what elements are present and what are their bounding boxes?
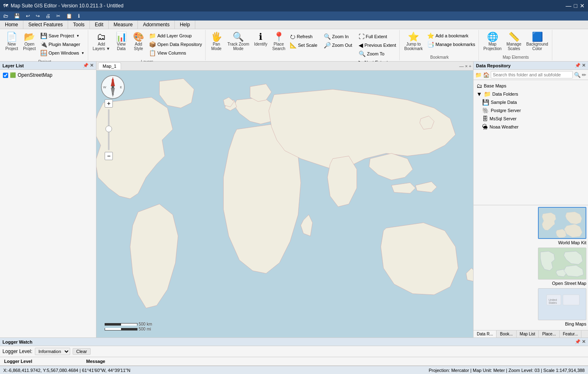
open-windows-button[interactable]: 🪟 Open Windows▼ bbox=[39, 49, 86, 57]
thumb-open-street-map[interactable]: Open Street Map bbox=[475, 248, 586, 286]
scale-km-label: 500 km bbox=[139, 322, 152, 326]
jump-bookmark-button[interactable]: ⭐ Jump toBookmark bbox=[402, 31, 425, 53]
bookmark-group-label: Bookmark bbox=[402, 54, 477, 60]
bing-maps-label: Bing Maps bbox=[565, 321, 586, 326]
add-style-button[interactable]: 🎨 AddStyle bbox=[130, 31, 146, 53]
svg-point-8 bbox=[112, 86, 114, 88]
title-bar-controls[interactable]: — □ ✕ bbox=[566, 2, 585, 9]
status-bar: X:-6,868,411.9742, Y:5,567,080.4684 | 61… bbox=[0, 366, 588, 374]
qa-paste[interactable]: 📋 bbox=[64, 13, 74, 19]
new-project-icon: 📄 bbox=[6, 32, 17, 41]
svg-text:W: W bbox=[103, 85, 106, 89]
qa-print[interactable]: 🖨 bbox=[44, 13, 52, 19]
map-expand[interactable]: + bbox=[469, 64, 471, 69]
tree-sample-data[interactable]: 💾 Sample Data bbox=[481, 98, 586, 106]
qa-cut[interactable]: ✂ bbox=[55, 13, 62, 19]
tab-home[interactable]: Home bbox=[0, 21, 23, 29]
view-data-icon: 📊 bbox=[116, 32, 127, 41]
repo-tab-data[interactable]: Data R... bbox=[474, 330, 496, 337]
open-project-button[interactable]: 📂 OpenProject bbox=[21, 31, 38, 53]
plugin-manager-button[interactable]: 🔌 Plugin Manager bbox=[39, 40, 86, 48]
scale-mi-label: 500 mi bbox=[139, 327, 151, 331]
repo-tab-book[interactable]: Book... bbox=[496, 330, 516, 337]
track-zoom-button[interactable]: 🔍 Track ZoomMode bbox=[225, 31, 251, 53]
repo-pin[interactable]: 📌 bbox=[575, 63, 581, 68]
map-tab[interactable]: Map_1 bbox=[98, 62, 121, 69]
manage-bookmarks-button[interactable]: 📑 Manage bookmarks bbox=[426, 40, 477, 48]
map-projection-button[interactable]: 🌐 MapProjection bbox=[481, 31, 503, 53]
add-layer-group-button[interactable]: 📁 Add Layer Group bbox=[147, 32, 204, 40]
logger-pin[interactable]: 📌 bbox=[575, 339, 581, 344]
zoom-minus-button[interactable]: − bbox=[105, 152, 113, 160]
repo-close[interactable]: ✕ bbox=[582, 63, 586, 68]
full-extent-button[interactable]: ⛶ Full Extent bbox=[357, 32, 398, 41]
thumb-world-map-kit[interactable]: World Map Kit bbox=[475, 207, 586, 245]
tree-base-maps[interactable]: 🗂 Base Maps bbox=[475, 82, 586, 90]
zoom-out-button[interactable]: 🔎 Zoom Out bbox=[322, 41, 354, 49]
logger-level-select[interactable]: Information Debug Warning Error bbox=[35, 348, 70, 355]
zoom-to-button[interactable]: 🔍 Zoom To bbox=[357, 50, 398, 58]
logger-clear-button[interactable]: Clear bbox=[73, 348, 91, 355]
maximize-button[interactable]: □ bbox=[574, 2, 577, 9]
add-layers-button[interactable]: 🗂 AddLayers ▼ bbox=[91, 31, 112, 53]
map-canvas[interactable]: N S W E + − bbox=[96, 71, 473, 337]
tree-mssql-server[interactable]: 🗄 MsSql Server bbox=[481, 115, 586, 123]
noaa-label: Noaa Weather bbox=[490, 124, 519, 129]
repo-tab-feature[interactable]: Featur... bbox=[560, 330, 582, 337]
repo-tab-place[interactable]: Place... bbox=[539, 330, 559, 337]
repo-tab-map-list[interactable]: Map List bbox=[517, 330, 539, 337]
tab-edit[interactable]: Edit bbox=[90, 21, 109, 29]
zoom-plus-button[interactable]: + bbox=[105, 99, 113, 108]
mssql-label: MsSql Server bbox=[490, 116, 517, 121]
map-minimize[interactable]: — bbox=[459, 64, 464, 69]
close-button[interactable]: ✕ bbox=[580, 2, 585, 9]
new-project-button[interactable]: 📄 NewProject bbox=[3, 31, 20, 53]
map-restore[interactable]: × bbox=[465, 64, 467, 69]
tab-measure[interactable]: Measure bbox=[109, 21, 138, 29]
view-columns-button[interactable]: 📋 View Columns bbox=[147, 49, 204, 57]
zoom-slider[interactable] bbox=[108, 109, 110, 150]
qa-undo[interactable]: ↩ bbox=[24, 13, 32, 19]
tab-help[interactable]: Help bbox=[175, 21, 195, 29]
refresh-icon: ⭮ bbox=[290, 33, 295, 40]
qa-save[interactable]: 💾 bbox=[12, 13, 22, 19]
thumb-bing-maps[interactable]: United States Bing Maps bbox=[475, 288, 586, 326]
svg-text:United: United bbox=[549, 298, 557, 301]
place-search-button[interactable]: 📍 PlaceSearch bbox=[270, 31, 288, 53]
map-tab-controls: — × + bbox=[459, 64, 471, 69]
layer-icon: 🟩 bbox=[10, 72, 16, 78]
tab-select-features[interactable]: Select Features bbox=[23, 21, 68, 29]
logger-close[interactable]: ✕ bbox=[582, 339, 586, 344]
minimize-button[interactable]: — bbox=[566, 2, 572, 9]
qa-redo[interactable]: ↪ bbox=[34, 13, 41, 19]
open-data-repo-button[interactable]: 📦 Open Data Repository bbox=[147, 40, 204, 48]
tab-tools[interactable]: Tools bbox=[68, 21, 90, 29]
zoom-in-button[interactable]: 🔍 Zoom In bbox=[322, 32, 354, 41]
view-data-button[interactable]: 📊 ViewData bbox=[113, 31, 129, 53]
set-scale-button[interactable]: 📐 Set Scale bbox=[288, 41, 319, 49]
tree-noaa-weather[interactable]: 🌦 Noaa Weather bbox=[481, 123, 586, 131]
save-project-button[interactable]: 💾 Save Project▼ bbox=[39, 32, 86, 40]
tab-adornments[interactable]: Adornments bbox=[138, 21, 175, 29]
add-bookmark-button[interactable]: ⭐ Add a bookmark bbox=[426, 32, 477, 40]
tree-data-folders[interactable]: ▼ 📁 Data Folders bbox=[475, 90, 586, 98]
refresh-button[interactable]: ⭮ Refresh bbox=[288, 32, 319, 41]
zoom-thumb[interactable] bbox=[105, 126, 112, 132]
layer-checkbox[interactable] bbox=[3, 73, 8, 78]
qa-new[interactable]: 🗁 bbox=[2, 13, 10, 19]
background-color-button[interactable]: 🟦 BackgroundColor bbox=[524, 31, 550, 53]
manage-scales-button[interactable]: 📏 ManageScales bbox=[504, 31, 523, 53]
repo-search-input[interactable] bbox=[491, 71, 573, 78]
logger-toolbar: Logger Level: Information Debug Warning … bbox=[0, 346, 588, 357]
layer-item[interactable]: 🟩 OpenStreetMap bbox=[2, 71, 94, 79]
pan-mode-button[interactable]: 🖐 PanMode bbox=[208, 31, 224, 53]
search-icon[interactable]: 🔍 bbox=[574, 72, 581, 78]
tree-postgre-server[interactable]: 🐘 Postgre Server bbox=[481, 106, 586, 115]
repo-edit-icon[interactable]: ✏ bbox=[582, 72, 586, 78]
prev-extent-button[interactable]: ◀ Previous Extent bbox=[357, 41, 398, 49]
identify-button[interactable]: ℹ Identify bbox=[252, 31, 269, 48]
postgre-label: Postgre Server bbox=[491, 108, 521, 113]
layer-panel-close[interactable]: ✕ bbox=[90, 63, 94, 68]
layer-panel-pin[interactable]: 📌 bbox=[83, 63, 89, 68]
qa-info[interactable]: ℹ bbox=[76, 13, 82, 19]
